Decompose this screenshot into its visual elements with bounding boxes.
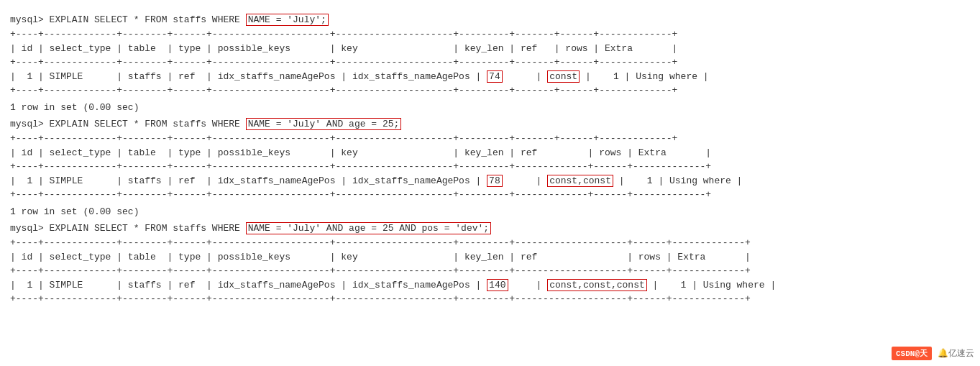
- result-1: 1 row in set (0.00 sec): [10, 101, 970, 115]
- section-1: mysql> EXPLAIN SELECT * FROM staffs WHER…: [10, 13, 970, 114]
- table-row-2: | 1 | SIMPLE | staffs | ref | idx_staffs…: [10, 174, 970, 188]
- table-header-2: | id | select_type | table | type | poss…: [10, 146, 970, 160]
- divider-mid-2: +----+-------------+--------+------+----…: [10, 160, 970, 174]
- extra-logo: 🔔亿速云: [938, 347, 974, 360]
- table-row-3: | 1 | SIMPLE | staffs | ref | idx_staffs…: [10, 278, 970, 293]
- divider-top-3: +----+-------------+--------+------+----…: [10, 236, 970, 250]
- command-line-1: mysql> EXPLAIN SELECT * FROM staffs WHER…: [10, 13, 970, 27]
- table-header-1: | id | select_type | table | type | poss…: [10, 42, 970, 56]
- divider-bot-3: +----+-------------+--------+------+----…: [10, 292, 970, 306]
- command-prefix-1: mysql> EXPLAIN SELECT * FROM staffs WHER…: [10, 14, 246, 25]
- command-line-2: mysql> EXPLAIN SELECT * FROM staffs WHER…: [10, 117, 970, 132]
- ref-2: const,const: [547, 175, 613, 187]
- section-3: mysql> EXPLAIN SELECT * FROM staffs WHER…: [10, 221, 970, 306]
- table-row-1: | 1 | SIMPLE | staffs | ref | idx_staffs…: [10, 70, 970, 84]
- terminal-window: mysql> EXPLAIN SELECT * FROM staffs WHER…: [7, 7, 973, 314]
- keylen-2: 78: [487, 175, 503, 187]
- ref-3: const,const,const: [547, 279, 647, 291]
- result-2: 1 row in set (0.00 sec): [10, 205, 970, 219]
- command-prefix-3: mysql> EXPLAIN SELECT * FROM staffs WHER…: [10, 223, 246, 234]
- keylen-3: 140: [487, 279, 508, 291]
- divider-bot-2: +----+-------------+--------+------+----…: [10, 188, 970, 202]
- section-2: mysql> EXPLAIN SELECT * FROM staffs WHER…: [10, 117, 970, 219]
- csdn-logo: CSDN@天: [892, 347, 932, 360]
- divider-mid-1: +----+-------------+--------+------+----…: [10, 55, 970, 70]
- command-highlight-1: NAME = 'July';: [246, 14, 329, 26]
- command-highlight-3: NAME = 'July' AND age = 25 AND pos = 'de…: [246, 222, 491, 234]
- divider-top-2: +----+-------------+--------+------+----…: [10, 132, 970, 146]
- command-line-3: mysql> EXPLAIN SELECT * FROM staffs WHER…: [10, 221, 970, 236]
- divider-bot-1: +----+-------------+--------+------+----…: [10, 83, 970, 98]
- divider-top-1: +----+-------------+--------+------+----…: [10, 27, 970, 42]
- table-header-3: | id | select_type | table | type | poss…: [10, 250, 970, 265]
- command-prefix-2: mysql> EXPLAIN SELECT * FROM staffs WHER…: [10, 119, 246, 129]
- ref-1: const: [547, 70, 580, 83]
- footer-bar: CSDN@天 🔔亿速云: [892, 347, 974, 360]
- keylen-1: 74: [487, 70, 503, 83]
- command-highlight-2: NAME = 'July' AND age = 25;: [246, 118, 402, 130]
- divider-mid-3: +----+-------------+--------+------+----…: [10, 264, 970, 278]
